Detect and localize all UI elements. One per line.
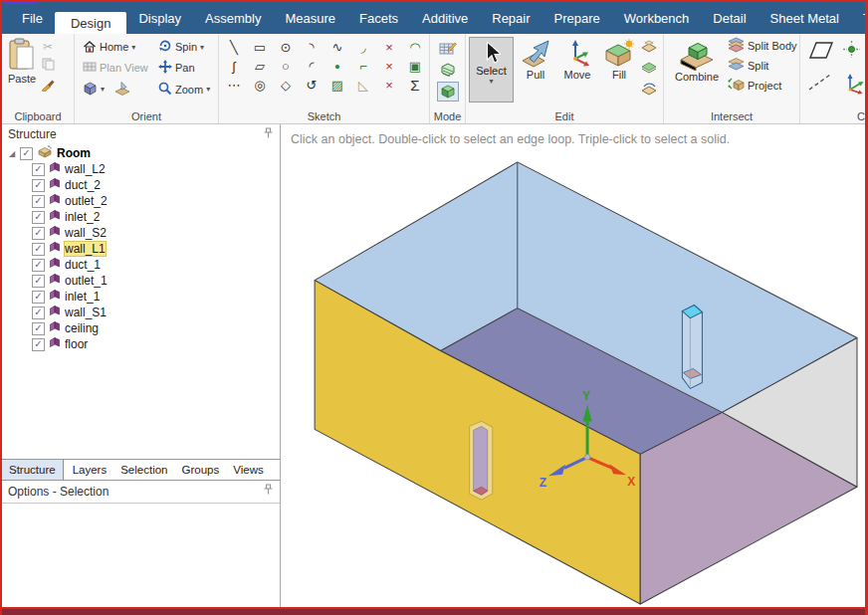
tree-label[interactable]: wall_S1 [65,306,107,319]
menu-tools[interactable]: Tools [851,2,868,34]
split-body-button[interactable]: Split Body [728,37,797,55]
expand-triangle-icon[interactable]: ◢ [6,149,18,158]
morph-face-icon[interactable] [641,82,658,101]
checkbox[interactable]: ✓ [32,227,45,240]
adjust-face-icon[interactable] [641,61,658,80]
tree-row[interactable]: ✓ ceiling [6,320,280,336]
select-dropdown-icon[interactable]: ▾ [489,77,493,86]
tree-row[interactable]: ✓ inlet_2 [6,209,280,225]
origin-point[interactable] [584,455,590,461]
checkbox[interactable]: ✓ [32,291,45,304]
sketch-line-icon[interactable]: ╲ [221,38,247,57]
home-dropdown-icon[interactable]: ▾ [131,43,135,52]
sketch-point-icon[interactable]: • [325,57,350,76]
tree-row[interactable]: ✓ duct_2 [6,177,280,193]
tree-label-room[interactable]: Room [57,146,91,160]
room-model-scene[interactable]: Y X Z [281,124,865,609]
project-button[interactable]: Project [728,77,797,95]
tab-selection[interactable]: Selection [113,460,174,480]
tree-row[interactable]: ✓ outlet_2 [6,193,280,209]
checkbox[interactable]: ✓ [32,243,45,256]
tree-row[interactable]: ✓ wall_S2 [6,225,280,241]
menu-display[interactable]: Display [126,2,193,34]
replace-face-icon[interactable] [641,40,658,59]
menu-measure[interactable]: Measure [273,2,347,34]
checkbox[interactable]: ✓ [32,338,45,351]
pull-button[interactable]: Pull [516,37,555,102]
duct-2-solid[interactable] [682,306,702,389]
viewport-3d[interactable]: Click an object. Double-click to select … [281,124,865,609]
tree-row-highlighted[interactable]: ✓ wall_L1 [6,241,280,257]
checkbox[interactable]: ✓ [32,163,45,176]
sketch-arc-icon[interactable]: ◜ [299,57,325,76]
menu-file[interactable]: File [10,2,55,34]
tree-label[interactable]: wall_S2 [65,226,107,240]
tree-label[interactable]: outlet_2 [65,194,108,208]
menu-facets[interactable]: Facets [347,2,410,34]
axes-triad-icon[interactable] [842,71,868,99]
zoom-button[interactable]: Zoom▾ [158,81,222,98]
select-button[interactable]: Select ▾ [469,37,514,102]
sketch-split-curve-icon[interactable]: × [376,57,402,76]
combine-button[interactable]: Combine [670,37,724,95]
copy-icon[interactable] [42,57,55,75]
sketch-equation-icon[interactable]: Σ [402,76,428,95]
paste-button[interactable]: Paste [8,38,36,96]
tree-label[interactable]: ceiling [65,321,99,335]
spin-button[interactable]: Spin▾ [158,39,222,55]
sketch-rectangle-icon[interactable]: ▭ [247,38,273,57]
tree-row[interactable]: ✓ duct_1 [6,257,280,273]
cube-dropdown-icon[interactable]: ▾ [101,85,105,94]
section-mode-button[interactable] [437,60,459,80]
sketch-offset-edges-icon[interactable]: ▣ [402,57,428,76]
checkbox[interactable]: ✓ [32,322,45,335]
format-painter-icon[interactable] [41,78,55,96]
sketch-bend-icon[interactable]: ◺ [350,76,376,95]
checkbox-room[interactable]: ✓ [20,147,33,160]
checkbox[interactable]: ✓ [32,179,45,192]
checkbox[interactable]: ✓ [32,307,45,319]
tree-label[interactable]: outlet_1 [65,274,108,288]
sketch-construction-line-icon[interactable]: ⋯ [221,76,247,95]
menu-repair[interactable]: Repair [480,2,542,34]
tree-label[interactable]: inlet_1 [65,290,100,304]
menu-prepare[interactable]: Prepare [542,2,612,34]
sketch-offset-line-icon[interactable]: ⌐ [350,57,376,76]
tree-row[interactable]: ✓ inlet_1 [6,289,280,305]
view-cube-button[interactable]: ▾ [83,81,158,98]
solid-mode-button[interactable] [437,82,459,102]
menu-workbench[interactable]: Workbench [612,2,702,34]
menu-assembly[interactable]: Assembly [193,2,273,34]
menu-additive[interactable]: Additive [410,2,480,34]
menu-sheet-metal[interactable]: Sheet Metal [759,2,851,34]
sketch-view-icon[interactable] [113,81,130,98]
tree-label[interactable]: inlet_2 [65,210,100,224]
tree-label[interactable]: duct_1 [65,258,101,272]
zoom-dropdown-icon[interactable]: ▾ [206,85,210,94]
sketch-tangent-arc-icon[interactable]: ◝ [299,38,325,57]
tab-layers[interactable]: Layers [66,460,114,480]
plan-view-button[interactable]: Plan View [83,60,158,76]
cut-icon[interactable]: ✂ [43,40,53,54]
tab-views[interactable]: Views [226,460,270,480]
sketch-sweep-arc-icon[interactable]: ↺ [299,76,325,95]
checkbox[interactable]: ✓ [32,195,45,208]
tab-structure[interactable]: Structure [2,460,64,480]
tree-label[interactable]: duct_2 [65,178,101,192]
checkbox[interactable]: ✓ [32,275,45,288]
sketch-curve-icon[interactable]: ◠ [402,38,428,57]
sketch-circle-icon[interactable]: ⊙ [273,38,299,57]
sketch-corner-curve-icon[interactable]: ◞ [350,38,376,57]
sketch-mode-button[interactable] [437,38,459,58]
sketch-polygon-icon[interactable]: ◇ [273,76,299,95]
sketch-construction-circle-icon[interactable]: ○ [273,57,299,76]
construction-line-icon[interactable] [806,71,836,99]
checkbox[interactable]: ✓ [32,211,45,224]
duct-1-slot[interactable] [470,421,493,500]
pin-icon[interactable] [263,484,274,499]
tree-label[interactable]: wall_L1 [65,242,106,256]
tree-row[interactable]: ✓ outlet_1 [6,273,280,289]
sketch-grid-icon[interactable]: ▨ [325,76,350,95]
sketch-spline-control-icon[interactable]: ʃ [221,57,247,76]
move-button[interactable]: Move [557,37,597,102]
